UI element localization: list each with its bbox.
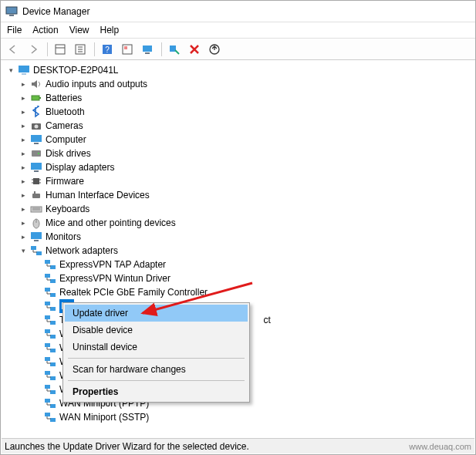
ctx-uninstall-device[interactable]: Uninstall device — [65, 339, 248, 356]
chevron-right-icon[interactable]: ▸ — [18, 217, 29, 228]
toolbar-btn-2[interactable] — [71, 41, 89, 58]
tree-device-trail: ct — [263, 313, 270, 327]
chevron-right-icon[interactable]: ▸ — [18, 120, 29, 131]
chevron-right-icon[interactable]: ▸ — [18, 190, 29, 201]
chevron-right-icon[interactable]: ▸ — [18, 231, 29, 242]
chevron-right-icon[interactable]: ▸ — [18, 176, 29, 187]
tree-category[interactable]: ▸Human Interface Devices — [4, 188, 475, 202]
svg-rect-40 — [31, 232, 42, 239]
chevron-right-icon[interactable]: ▸ — [18, 93, 29, 103]
tree-category[interactable]: ▸Display adapters — [4, 160, 475, 174]
svg-rect-43 — [36, 251, 42, 255]
net-icon — [44, 272, 56, 285]
ctx-update-driver[interactable]: Update driver — [65, 305, 248, 322]
tree-device[interactable]: ▸ExpressVPN Wintun Driver — [4, 271, 475, 285]
svg-rect-44 — [45, 260, 50, 264]
svg-rect-27 — [34, 170, 39, 172]
chevron-right-icon[interactable]: ▸ — [18, 106, 29, 117]
net-icon — [44, 328, 56, 340]
scan-button[interactable] — [165, 41, 184, 58]
menu-help[interactable]: Help — [100, 25, 120, 35]
svg-rect-0 — [6, 7, 17, 14]
svg-rect-28 — [33, 178, 39, 184]
svg-rect-11 — [124, 46, 127, 49]
net-icon — [44, 314, 56, 326]
tree-category-label: Audio inputs and outputs — [46, 77, 147, 91]
tree-category[interactable]: ▸Monitors — [4, 230, 475, 244]
svg-rect-33 — [32, 194, 40, 198]
toolbar-btn-1[interactable] — [51, 41, 69, 58]
tree-device[interactable]: ▸ExpressVPN TAP Adapter — [4, 258, 475, 271]
disk-icon — [30, 147, 42, 160]
chevron-down-icon[interactable]: ▾ — [18, 245, 29, 256]
menu-file[interactable]: File — [7, 25, 22, 35]
tree-device[interactable]: ▸Realtek PCIe GbE Family Controller — [4, 285, 475, 299]
tree-category-label: Bluetooth — [46, 105, 85, 119]
tree-category[interactable]: ▸Audio inputs and outputs — [4, 77, 475, 91]
svg-rect-54 — [45, 329, 50, 333]
tree-category[interactable]: ▸Batteries — [4, 91, 475, 105]
svg-rect-18 — [32, 96, 39, 100]
help-button[interactable]: ? — [98, 41, 116, 58]
tree-category-label: Mice and other pointing devices — [46, 216, 176, 230]
tree-category[interactable]: ▾Network adapters — [4, 244, 475, 258]
tree-root[interactable]: ▾ DESKTOP-E2P041L — [4, 63, 475, 77]
tree-category-label: Cameras — [46, 119, 83, 133]
forward-button[interactable] — [24, 41, 42, 58]
svg-rect-51 — [50, 307, 56, 311]
svg-rect-49 — [50, 293, 56, 297]
svg-rect-12 — [143, 46, 152, 52]
svg-rect-65 — [50, 404, 56, 408]
ctx-disable-device[interactable]: Disable device — [65, 322, 248, 339]
svg-rect-24 — [32, 150, 41, 157]
tree-category-label: Disk drives — [46, 147, 91, 160]
svg-rect-66 — [45, 413, 50, 416]
bluetooth-icon — [30, 106, 42, 118]
chevron-right-icon[interactable]: ▸ — [18, 148, 29, 159]
menu-view[interactable]: View — [69, 25, 89, 35]
chevron-down-icon[interactable]: ▾ — [5, 65, 16, 76]
monitor-icon — [30, 231, 42, 243]
net-icon — [30, 244, 42, 257]
net-icon — [44, 286, 56, 298]
toolbar-btn-4[interactable] — [118, 41, 137, 58]
net-icon — [44, 342, 56, 354]
tree-category[interactable]: ▸Disk drives — [4, 147, 475, 160]
net-icon — [44, 300, 56, 312]
svg-rect-58 — [45, 357, 50, 361]
tree-category-label: Computer — [46, 133, 86, 147]
uninstall-button[interactable] — [185, 41, 204, 58]
back-button[interactable] — [4, 41, 22, 58]
tree-category[interactable]: ▸Cameras — [4, 119, 475, 133]
svg-rect-41 — [34, 240, 39, 241]
tree-device[interactable]: ▸WAN Miniport (SSTP) — [4, 410, 475, 424]
tree-category[interactable]: ▸Mice and other pointing devices — [4, 216, 475, 230]
svg-rect-59 — [50, 362, 56, 366]
toolbar-separator — [94, 42, 95, 56]
chevron-right-icon[interactable]: ▸ — [18, 134, 29, 145]
tree-device-label: WAN Miniport (SSTP) — [59, 410, 149, 424]
tree-category-label: Display adapters — [46, 160, 114, 174]
update-button[interactable] — [205, 41, 224, 58]
context-menu: Update driver Disable device Uninstall d… — [62, 302, 250, 403]
ctx-scan-hardware[interactable]: Scan for hardware changes — [65, 361, 248, 378]
svg-rect-19 — [39, 97, 41, 99]
chevron-right-icon[interactable]: ▸ — [18, 204, 29, 214]
ctx-properties[interactable]: Properties — [65, 383, 248, 400]
svg-rect-26 — [31, 163, 42, 170]
chevron-right-icon[interactable]: ▸ — [18, 79, 29, 89]
chevron-right-icon[interactable]: ▸ — [18, 162, 29, 173]
watermark: www.deuaq.com — [409, 442, 471, 451]
svg-rect-55 — [50, 335, 56, 339]
tree-category[interactable]: ▸Computer — [4, 133, 475, 147]
svg-rect-42 — [31, 246, 36, 250]
toolbar-btn-5[interactable] — [138, 41, 157, 58]
tree-category[interactable]: ▸Firmware — [4, 174, 475, 188]
chip-icon — [30, 175, 42, 187]
hid-icon — [30, 189, 42, 201]
toolbar-separator — [47, 42, 48, 56]
tree-category[interactable]: ▸Keyboards — [4, 202, 475, 216]
svg-rect-52 — [45, 315, 50, 319]
tree-category[interactable]: ▸Bluetooth — [4, 105, 475, 119]
menu-action[interactable]: Action — [32, 25, 58, 35]
